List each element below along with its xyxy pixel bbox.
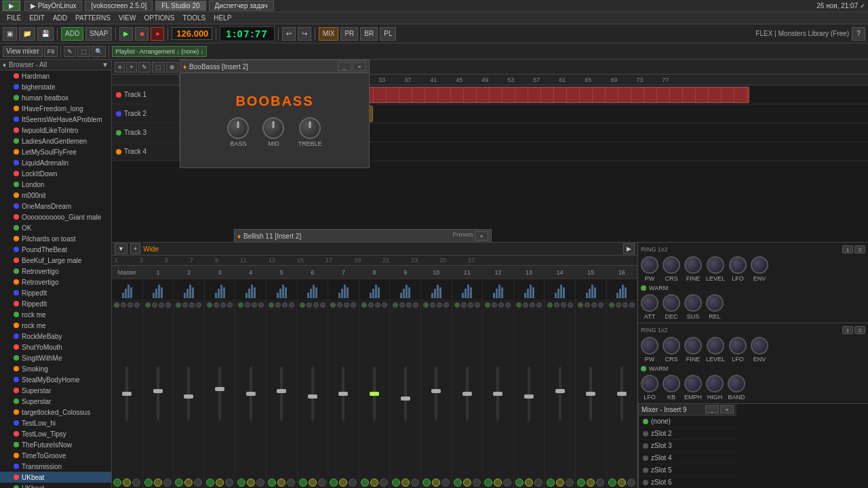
- fader-knob-10[interactable]: [431, 389, 441, 393]
- send-dot-3[interactable]: [351, 302, 356, 308]
- boobass-titlebar[interactable]: ♦ BooBasss [Insert 2] _ ×: [180, 60, 369, 73]
- ch-btn-R-12[interactable]: [503, 479, 511, 487]
- ch-btn-R-15[interactable]: [596, 479, 604, 487]
- send-dot-1[interactable]: [523, 302, 528, 308]
- sidebar-item-2[interactable]: human beatbox: [0, 92, 111, 103]
- fader-knob-1[interactable]: [153, 389, 163, 393]
- view-mixer-btn[interactable]: View mixer: [3, 46, 43, 57]
- fader-knob-16[interactable]: [617, 392, 627, 396]
- send-dot-3[interactable]: [165, 302, 171, 308]
- ch-btn-G-8[interactable]: [361, 479, 369, 487]
- zoom-btn[interactable]: 🔍: [92, 46, 106, 57]
- sidebar-item-24[interactable]: RockMeBaby: [0, 331, 111, 342]
- send-dot-3[interactable]: [536, 302, 542, 308]
- ch-btn-G-3[interactable]: [206, 479, 214, 487]
- send-dot-3[interactable]: [227, 302, 233, 308]
- fader-knob-13[interactable]: [524, 394, 534, 399]
- ch-btn-R-16[interactable]: [627, 479, 635, 487]
- treble-knob[interactable]: [299, 117, 321, 139]
- send-dot-1[interactable]: [245, 302, 250, 308]
- ch-btn-Y-4[interactable]: [247, 479, 255, 487]
- save-button[interactable]: 💾: [37, 27, 54, 41]
- sidebar-item-20[interactable]: RippedIt: [0, 287, 111, 298]
- sidebar-item-9[interactable]: LockItDown: [0, 168, 111, 179]
- send-dot-1[interactable]: [182, 302, 188, 308]
- insert-item-5[interactable]: zSlot 6: [639, 476, 736, 488]
- send-dot-0[interactable]: [300, 302, 305, 308]
- sidebar-item-23[interactable]: rock me: [0, 320, 111, 331]
- send-dot-1[interactable]: [152, 302, 157, 308]
- sidebar-item-28[interactable]: StealMyBodyHome: [0, 374, 111, 385]
- sidebar-item-18[interactable]: Retrovertigo: [0, 266, 111, 277]
- inserts-min-btn[interactable]: _: [705, 405, 719, 413]
- ch-btn-R-10[interactable]: [441, 479, 450, 487]
- insert-item-0[interactable]: (none): [639, 415, 736, 428]
- mid-knob[interactable]: [262, 117, 284, 139]
- mixer-button[interactable]: MIX: [319, 27, 339, 41]
- ch-btn-R-1[interactable]: [163, 479, 172, 487]
- send-dot-2[interactable]: [623, 302, 628, 308]
- ch-btn-Y-16[interactable]: [618, 479, 626, 487]
- send-dot-1[interactable]: [616, 302, 621, 308]
- send-dot-0[interactable]: [609, 302, 614, 308]
- insert-item-3[interactable]: zSlot 4: [639, 452, 736, 464]
- plugin-button[interactable]: PL: [380, 27, 396, 41]
- taskbar-item[interactable]: Диспетчер задач: [209, 1, 274, 11]
- r1-2-btn[interactable]: 1: [842, 326, 853, 334]
- sidebar-item-22[interactable]: rock me: [0, 309, 111, 320]
- bpm-display[interactable]: 126.000: [172, 27, 212, 40]
- add-button[interactable]: ADD: [61, 27, 83, 41]
- ch-btn-R-4[interactable]: [256, 479, 264, 487]
- sidebar-item-1[interactable]: bigherstate: [0, 81, 111, 92]
- record-button[interactable]: ●: [151, 27, 164, 41]
- send-dot-2[interactable]: [375, 302, 380, 308]
- send-dot-0[interactable]: [454, 302, 460, 308]
- send-dot-1[interactable]: [461, 302, 467, 308]
- sidebar-item-14[interactable]: OK: [0, 222, 111, 233]
- ch-btn-G-9[interactable]: [392, 479, 400, 487]
- sidebar-item-36[interactable]: Transmission: [0, 461, 111, 472]
- send-dot-1[interactable]: [337, 302, 342, 308]
- ch-btn-G-1[interactable]: [144, 479, 153, 487]
- sidebar-dropdown[interactable]: ▼: [102, 61, 108, 68]
- boobass-close-btn[interactable]: ×: [353, 62, 366, 71]
- stop-button[interactable]: ■: [135, 27, 149, 41]
- fader-knob-0[interactable]: [122, 392, 132, 396]
- ch-btn-Y-6[interactable]: [309, 479, 317, 487]
- snap-button[interactable]: SNAP: [85, 27, 112, 41]
- ch-btn-Y-14[interactable]: [556, 479, 564, 487]
- fader-knob-5[interactable]: [277, 389, 286, 393]
- send-dot-0[interactable]: [516, 302, 521, 308]
- mod-close-btn[interactable]: ×: [475, 231, 488, 241]
- sidebar-item-6[interactable]: LadiesAndGentlemen: [0, 136, 111, 146]
- pw2-knob[interactable]: [641, 337, 658, 354]
- send-dot-0[interactable]: [114, 302, 119, 308]
- sidebar-item-7[interactable]: LetMySoulFlyFree: [0, 146, 111, 157]
- send-dot-0[interactable]: [207, 302, 212, 308]
- collapse-wide-btn[interactable]: ▼: [115, 243, 127, 254]
- ch-btn-R-7[interactable]: [349, 479, 357, 487]
- kb-knob[interactable]: [663, 375, 680, 392]
- ch-btn-G-6[interactable]: [299, 479, 307, 487]
- lfo-knob[interactable]: [729, 256, 747, 274]
- menu-item-tools[interactable]: TOOLS: [178, 14, 210, 22]
- fader-knob-15[interactable]: [586, 392, 595, 396]
- send-dot-0[interactable]: [176, 302, 181, 308]
- ch-btn-G-4[interactable]: [237, 479, 245, 487]
- env2-knob[interactable]: [751, 337, 768, 354]
- sidebar-item-34[interactable]: TheFutureIsNow: [0, 439, 111, 450]
- menu-item-view[interactable]: VIEW: [115, 14, 140, 22]
- sidebar-item-10[interactable]: London: [0, 179, 111, 190]
- sidebar-item-29[interactable]: Superstar: [0, 385, 111, 396]
- inserts-close-btn[interactable]: ×: [720, 405, 734, 413]
- send-dot-2[interactable]: [220, 302, 226, 308]
- menu-item-help[interactable]: HELP: [210, 14, 235, 22]
- redo-button[interactable]: ↪: [298, 27, 311, 41]
- send-dot-3[interactable]: [475, 302, 480, 308]
- select-btn[interactable]: ⬚: [77, 46, 90, 57]
- send-dot-1[interactable]: [214, 302, 219, 308]
- send-dot-1[interactable]: [399, 302, 405, 308]
- crs2-knob[interactable]: [663, 337, 680, 354]
- fine2-knob[interactable]: [684, 337, 702, 354]
- sidebar-item-26[interactable]: SingItWithMe: [0, 352, 111, 363]
